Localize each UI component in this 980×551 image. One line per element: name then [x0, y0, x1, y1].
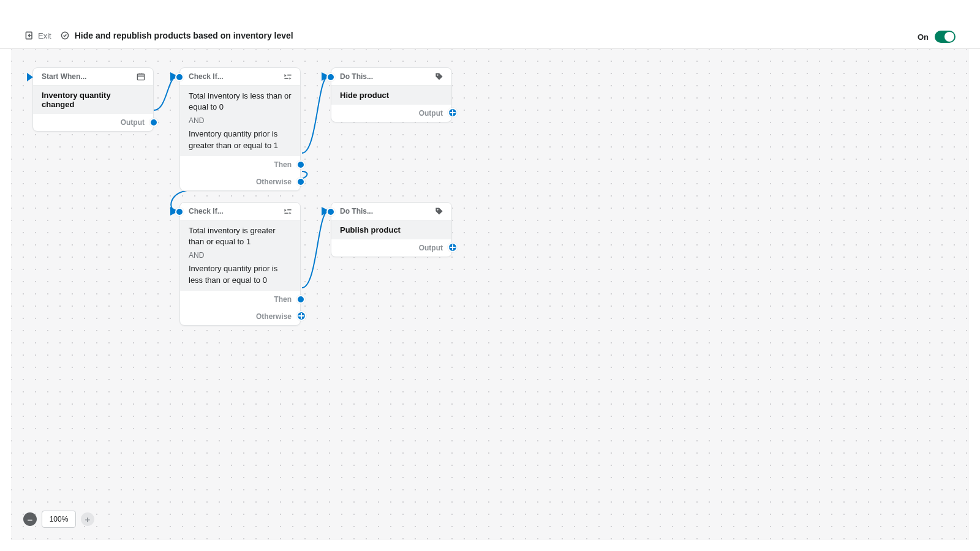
- zoom-in-button[interactable]: +: [81, 512, 94, 526]
- node-header: Check If...: [189, 72, 224, 81]
- then-label: Then: [274, 160, 292, 169]
- condition-icon: [283, 72, 293, 84]
- node-header: Do This...: [340, 72, 373, 81]
- node-start[interactable]: Start When... Inventory quantity changed…: [32, 67, 154, 132]
- then-label: Then: [274, 295, 292, 304]
- svg-point-3: [437, 74, 438, 75]
- add-output-button[interactable]: [448, 242, 458, 252]
- output-label: Output: [121, 118, 145, 127]
- node-check-2[interactable]: Check If... Total inventory is greater t…: [179, 202, 301, 326]
- node-body-text: Inventory quantity changed: [42, 91, 145, 109]
- status-icon: [60, 31, 70, 40]
- and-label: AND: [189, 251, 292, 260]
- output-port[interactable]: [149, 118, 158, 127]
- output-label: Output: [419, 109, 443, 118]
- exit-label: Exit: [38, 31, 51, 40]
- otherwise-label: Otherwise: [256, 312, 292, 321]
- node-header: Start When...: [42, 72, 86, 81]
- workflow-title: Hide and republish products based on inv…: [75, 31, 293, 40]
- condition-icon: [283, 206, 293, 219]
- node-check-1[interactable]: Check If... Total inventory is less than…: [179, 67, 301, 191]
- node-header: Do This...: [340, 207, 373, 216]
- zoom-level[interactable]: 100%: [42, 511, 76, 528]
- node-action-2[interactable]: Do This... Publish product Output: [331, 202, 452, 257]
- node-header: Check If...: [189, 207, 224, 216]
- and-label: AND: [189, 116, 292, 125]
- otherwise-port[interactable]: [296, 178, 305, 186]
- then-port[interactable]: [296, 160, 305, 169]
- condition-text: Inventory quantity prior is less than or…: [189, 263, 292, 285]
- condition-text: Inventory quantity prior is greater than…: [189, 129, 292, 151]
- enable-toggle[interactable]: [935, 31, 956, 43]
- trigger-type-icon: [136, 72, 146, 84]
- condition-text: Total inventory is greater than or equal…: [189, 225, 292, 247]
- condition-text: Total inventory is less than or equal to…: [189, 91, 292, 113]
- exit-button[interactable]: Exit: [24, 31, 51, 40]
- toggle-label: On: [918, 32, 929, 42]
- node-body-text: Hide product: [340, 91, 443, 100]
- node-body-text: Publish product: [340, 225, 443, 234]
- otherwise-label: Otherwise: [256, 178, 292, 186]
- header-bar: Exit Hide and republish products based o…: [0, 0, 980, 49]
- zoom-controls: – 100% +: [23, 511, 94, 528]
- node-action-1[interactable]: Do This... Hide product Output: [331, 67, 452, 122]
- workflow-canvas[interactable]: Start When... Inventory quantity changed…: [11, 49, 969, 540]
- then-port[interactable]: [296, 295, 305, 304]
- tag-icon: [434, 72, 444, 84]
- tag-icon: [434, 206, 444, 219]
- output-label: Output: [419, 244, 443, 252]
- svg-point-4: [437, 209, 438, 210]
- zoom-out-button[interactable]: –: [23, 512, 37, 526]
- add-output-button[interactable]: [448, 108, 458, 118]
- add-otherwise-button[interactable]: [296, 311, 306, 321]
- svg-rect-2: [137, 74, 144, 80]
- play-icon: [27, 73, 33, 81]
- exit-icon: [24, 31, 34, 40]
